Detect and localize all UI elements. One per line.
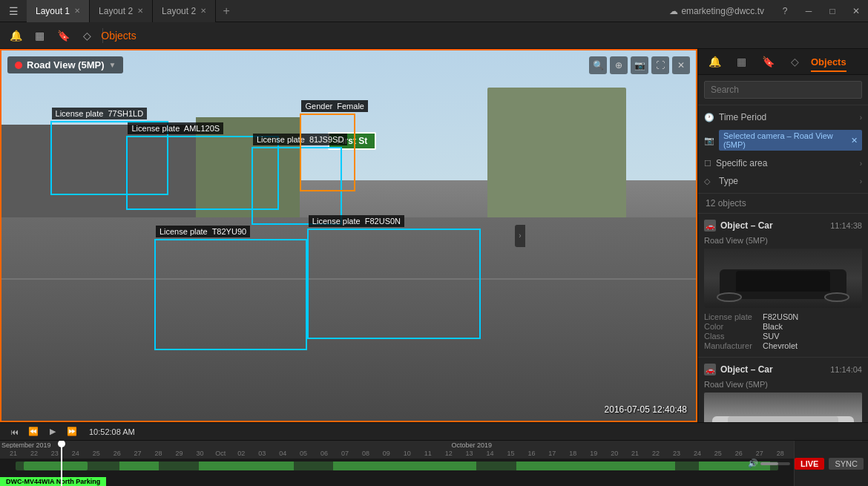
filter-specific-area[interactable]: ☐ Specific area › — [704, 154, 862, 172]
play-button[interactable]: ▶ — [45, 424, 61, 440]
obj-source: Road View (5MP) — [704, 236, 862, 245]
objects-tab-button[interactable]: Objects — [108, 24, 130, 47]
tab-layout1[interactable]: Layout 1 ✕ — [27, 0, 90, 22]
timeline-tick: 20 — [605, 450, 623, 457]
tree-area — [196, 117, 300, 221]
maximize-button[interactable]: □ — [821, 0, 844, 22]
timeline-tick: 12 — [440, 450, 458, 457]
car-icon: 🚗 — [704, 220, 716, 231]
camera-dropdown-icon[interactable]: ▼ — [109, 61, 116, 69]
side-panel: 🔔 ▦ 🔖 ◇ Objects 🕐 Time Period › 📷 Select… — [697, 49, 868, 422]
volume-bar[interactable] — [760, 462, 790, 465]
live-button[interactable]: LIVE — [795, 458, 824, 470]
detail-val: SUV — [763, 332, 780, 341]
timeline-tick: 24 — [688, 450, 706, 457]
timeline-tick: 23 — [668, 450, 685, 457]
tab-close[interactable]: ✕ — [200, 7, 206, 15]
filter-tag-close[interactable]: ✕ — [851, 136, 858, 145]
timeline-tick: 17 — [543, 450, 561, 457]
car-thumbnail-light — [704, 393, 862, 422]
skip-start-button[interactable]: ⏮ — [6, 424, 22, 440]
building-left — [1, 125, 210, 217]
close-camera-button[interactable]: ✕ — [672, 56, 690, 74]
timeline-tick: 27 — [751, 450, 769, 457]
diamond-icon[interactable]: ◇ — [76, 24, 98, 47]
tab-label: Layout 2 — [99, 6, 133, 16]
timeline-tick: 26 — [108, 450, 126, 457]
zoom-button[interactable]: 🔍 — [589, 56, 607, 74]
tab-bookmarks[interactable]: 🔖 — [757, 53, 778, 74]
add-tab-button[interactable]: + — [216, 0, 237, 22]
timeline-tick: 19 — [585, 450, 602, 457]
obj-time: 11:14:38 — [830, 221, 862, 230]
object-card-car1: 🚗 Object – Car 11:14:38 Road View (5MP) — [698, 214, 868, 358]
stats-icon[interactable]: ▦ — [28, 24, 50, 47]
help-button[interactable]: ? — [773, 0, 797, 22]
tab-close[interactable]: ✕ — [137, 7, 143, 15]
detail-row: Manufacturer Chevrolet — [704, 341, 862, 350]
objects-label: Objects — [101, 30, 136, 42]
tab-notifications[interactable]: 🔔 — [704, 53, 725, 74]
search-input[interactable] — [704, 81, 862, 99]
video-timestamp: 2016-07-05 12:40:48 — [605, 404, 687, 415]
video-area: First St Road View (5MP) ▼ 🔍 ⊕ 📷 ⛶ ✕ Lic… — [0, 49, 697, 422]
timeline-tick: 18 — [564, 450, 582, 457]
tab-close[interactable]: ✕ — [74, 7, 80, 15]
tab-objects-active[interactable]: Objects — [811, 56, 846, 72]
camera-header: Road View (5MP) ▼ — [7, 56, 123, 73]
tab-diamond[interactable]: ◇ — [784, 53, 805, 74]
fullscreen-button[interactable]: ⛶ — [651, 56, 669, 74]
side-panel-collapse[interactable]: › — [515, 225, 525, 247]
snapshot-button[interactable]: 📷 — [631, 56, 648, 74]
volume-icon[interactable]: 🔊 — [748, 459, 758, 468]
window-controls: ? ─ □ ✕ — [773, 0, 868, 22]
side-panel-tabs: 🔔 ▦ 🔖 ◇ Objects — [698, 49, 868, 75]
timeline-tick: 14 — [481, 450, 499, 457]
tab-layout2a[interactable]: Layout 2 ✕ — [90, 0, 153, 22]
filter-type[interactable]: ◇ Type › — [704, 172, 862, 190]
bookmark-icon[interactable]: 🔖 — [52, 24, 74, 47]
minimize-button[interactable]: ─ — [797, 0, 821, 22]
camera-name: Road View (5MP) — [27, 59, 105, 70]
camera-filter-icon: 📷 — [704, 136, 714, 145]
lane-mark — [1, 278, 696, 280]
obj-thumbnail — [704, 393, 862, 422]
bottom-area: ⏮ ⏪ ▶ ⏩ 10:52:08 AM September 2019 Octob… — [0, 422, 868, 486]
sync-button[interactable]: SYNC — [829, 458, 864, 470]
obj-title: Object – Car — [720, 364, 773, 375]
timeline-tick: 07 — [336, 450, 354, 457]
filter-time-period[interactable]: 🕐 Time Period › — [704, 108, 862, 126]
tab-stats[interactable]: ▦ — [731, 53, 752, 74]
step-back-button[interactable]: ⏪ — [25, 424, 42, 440]
close-button[interactable]: ✕ — [844, 0, 868, 22]
obj-time: 11:14:04 — [830, 365, 862, 374]
playback-controls: ⏮ ⏪ ▶ ⏩ 10:52:08 AM — [0, 423, 868, 441]
tab-label: Layout 1 — [36, 6, 70, 16]
track-segment — [24, 462, 88, 470]
timeline-playhead[interactable] — [61, 441, 62, 486]
detail-key: Color — [704, 322, 760, 331]
notification-icon[interactable]: 🔔 — [4, 24, 27, 47]
timeline-tick: 27 — [129, 450, 147, 457]
volume-control: 🔊 — [748, 459, 790, 468]
ptz-button[interactable]: ⊕ — [610, 56, 628, 74]
detail-val: Chevrolet — [763, 341, 798, 350]
tab-layout2b[interactable]: Layout 2 ✕ — [153, 0, 216, 22]
detail-key: License plate — [704, 312, 760, 321]
timeline-tick: 28 — [150, 450, 168, 457]
timeline-area[interactable]: September 2019 October 2019 212223242526… — [0, 441, 868, 486]
timeline-tick: 22 — [647, 450, 665, 457]
menu-button[interactable]: ☰ — [0, 0, 27, 22]
camera-track-label: DWC-MV44WIA North Parking — [0, 477, 106, 486]
video-background: First St — [1, 50, 696, 421]
timeline-tick: 04 — [274, 450, 292, 457]
search-container — [698, 75, 868, 105]
type-filter-icon: ◇ — [704, 177, 714, 186]
step-forward-button[interactable]: ⏩ — [64, 424, 80, 440]
filter-camera[interactable]: 📷 Selected camera – Road View (5MP) ✕ — [704, 126, 862, 154]
video-controls: 🔍 ⊕ 📷 ⛶ ✕ — [589, 56, 690, 74]
timeline-tick: 25 — [709, 450, 727, 457]
playhead-handle[interactable] — [58, 441, 65, 447]
timeline-tick: 22 — [25, 450, 43, 457]
road — [1, 217, 696, 421]
